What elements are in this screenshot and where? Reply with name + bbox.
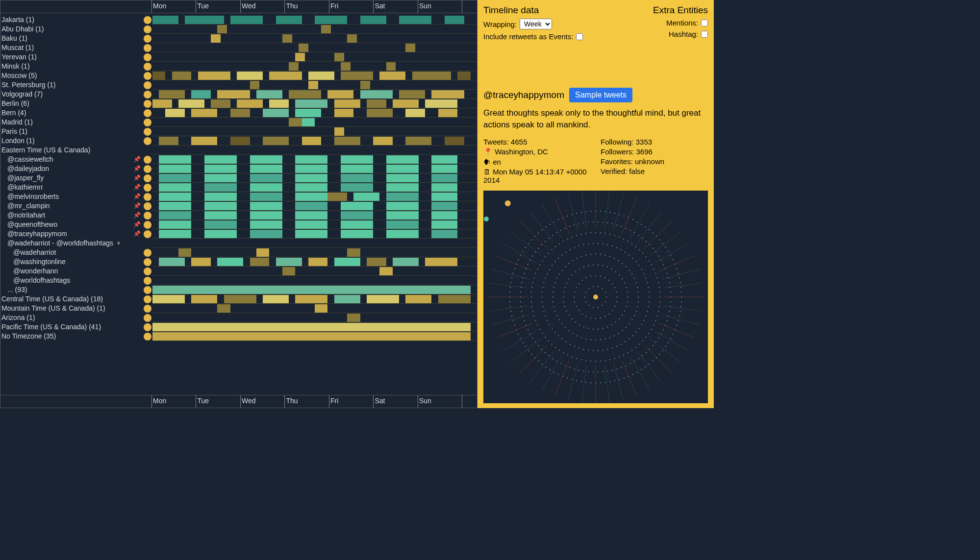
heatmap-cell[interactable] xyxy=(217,304,230,313)
heatmap-cell[interactable] xyxy=(250,165,282,173)
heatmap-cell[interactable] xyxy=(367,295,399,303)
heatmap-cell[interactable] xyxy=(198,72,230,80)
heatmap-cell[interactable] xyxy=(341,211,373,219)
heatmap-cell[interactable] xyxy=(185,16,224,24)
row-label[interactable]: @mr_clampin📌 xyxy=(0,201,143,211)
heatmap-cell[interactable] xyxy=(431,202,457,210)
heatmap-cell[interactable] xyxy=(269,99,289,108)
heatmap-cell[interactable] xyxy=(211,99,230,108)
heatmap-cell[interactable] xyxy=(308,72,334,80)
heatmap-cell[interactable] xyxy=(178,248,191,257)
heatmap-cell[interactable] xyxy=(295,174,327,182)
heatmap-cell[interactable] xyxy=(386,174,419,182)
heatmap-cell[interactable] xyxy=(341,174,373,182)
heatmap-cell[interactable] xyxy=(250,230,282,238)
row-dot[interactable] xyxy=(143,173,152,183)
row-label[interactable]: @cassieweltch📌 xyxy=(0,155,143,164)
heatmap-cell[interactable] xyxy=(308,258,328,266)
heatmap-cell[interactable] xyxy=(217,90,250,98)
heatmap-cell[interactable] xyxy=(276,258,302,266)
row-label[interactable]: @melvinsroberts📌 xyxy=(0,192,143,201)
heatmap-cell[interactable] xyxy=(159,137,178,145)
heatmap-cell[interactable] xyxy=(204,202,237,210)
pin-icon[interactable]: 📌 xyxy=(133,155,141,164)
row-label[interactable]: Minsk (1) xyxy=(0,62,143,71)
row-dot[interactable] xyxy=(143,294,152,304)
row-label[interactable]: Berlin (6) xyxy=(0,99,143,108)
heatmap-cell[interactable] xyxy=(341,72,373,80)
heatmap-cell[interactable] xyxy=(159,230,191,238)
heatmap-cell[interactable] xyxy=(204,155,237,164)
heatmap-cell[interactable] xyxy=(263,109,289,117)
heatmap-cell[interactable] xyxy=(159,155,191,164)
heatmap-cell[interactable] xyxy=(399,90,425,98)
heatmap-cell[interactable] xyxy=(438,109,458,117)
row-label[interactable]: @washingtonline xyxy=(0,257,143,267)
wrapping-select[interactable]: Week xyxy=(520,19,552,29)
heatmap-cell[interactable] xyxy=(431,220,457,229)
heatmap-cell[interactable] xyxy=(152,295,185,303)
row-label[interactable]: Mountain Time (US & Canada) (1) xyxy=(0,304,143,313)
row-label[interactable]: Jakarta (1) xyxy=(0,15,143,24)
heatmap-cell[interactable] xyxy=(295,295,327,303)
row-label[interactable]: Arizona (1) xyxy=(0,313,143,322)
heatmap-cell[interactable] xyxy=(289,118,302,126)
heatmap-cell[interactable] xyxy=(295,220,327,229)
heatmap-cell[interactable] xyxy=(250,220,282,229)
heatmap-cell[interactable] xyxy=(431,155,457,164)
row-label[interactable]: @wadeharriot - @worldofhashtags▼ xyxy=(0,239,143,248)
heatmap-cell[interactable] xyxy=(250,155,282,164)
heatmap-cell[interactable] xyxy=(204,165,237,173)
heatmap-cell[interactable] xyxy=(230,16,263,24)
row-dot[interactable] xyxy=(143,24,152,34)
heatmap-cell[interactable] xyxy=(334,109,354,117)
heatmap-cell[interactable] xyxy=(159,174,191,182)
heatmap-cell[interactable] xyxy=(217,25,227,33)
heatmap-cell[interactable] xyxy=(250,81,260,89)
row-label[interactable]: Eastern Time (US & Canada) xyxy=(0,146,143,155)
row-dot[interactable] xyxy=(143,99,152,108)
heatmap-cell[interactable] xyxy=(152,332,471,341)
row-dot[interactable] xyxy=(143,285,152,294)
heatmap-cell[interactable] xyxy=(334,99,360,108)
heatmap-cell[interactable] xyxy=(256,248,269,257)
heatmap-cell[interactable] xyxy=(386,165,419,173)
heatmap-cell[interactable] xyxy=(431,174,457,182)
row-label[interactable]: Yerevan (1) xyxy=(0,52,143,62)
heatmap-cell[interactable] xyxy=(373,137,393,145)
heatmap-cell[interactable] xyxy=(269,72,302,80)
row-dot[interactable] xyxy=(143,192,152,201)
row-dot[interactable] xyxy=(143,322,152,332)
heatmap-cell[interactable] xyxy=(159,193,191,201)
heatmap-cell[interactable] xyxy=(191,90,211,98)
row-dot[interactable] xyxy=(143,267,152,276)
pin-icon[interactable]: 📌 xyxy=(133,173,141,183)
heatmap-cell[interactable] xyxy=(347,314,360,322)
heatmap-cell[interactable] xyxy=(295,211,327,219)
row-dot[interactable] xyxy=(143,332,152,341)
mentions-checkbox[interactable] xyxy=(701,20,708,26)
heatmap-cell[interactable] xyxy=(367,99,386,108)
row-dot[interactable] xyxy=(143,276,152,285)
row-dot[interactable] xyxy=(143,183,152,192)
row-label[interactable]: St. Petersburg (1) xyxy=(0,80,143,90)
row-dot[interactable] xyxy=(143,127,152,136)
row-dot[interactable] xyxy=(143,211,152,220)
row-label[interactable]: @notritahart📌 xyxy=(0,211,143,220)
heatmap-cell[interactable] xyxy=(282,34,292,43)
heatmap-cell[interactable] xyxy=(386,220,419,229)
heatmap-cell[interactable] xyxy=(386,155,419,164)
heatmap-cell[interactable] xyxy=(282,267,295,275)
heatmap-cell[interactable] xyxy=(431,90,464,98)
heatmap-cell[interactable] xyxy=(341,155,373,164)
heatmap-cell[interactable] xyxy=(159,258,185,266)
heatmap-cell[interactable] xyxy=(431,211,457,219)
heatmap-cell[interactable] xyxy=(386,183,419,192)
heatmap-cell[interactable] xyxy=(204,174,237,182)
heatmap-cell[interactable] xyxy=(159,202,191,210)
heatmap-cell[interactable] xyxy=(341,230,373,238)
heatmap-cell[interactable] xyxy=(152,99,172,108)
row-label[interactable]: @queenofthewo📌 xyxy=(0,220,143,229)
pin-icon[interactable]: 📌 xyxy=(133,220,141,229)
heatmap-cell[interactable] xyxy=(295,183,327,192)
